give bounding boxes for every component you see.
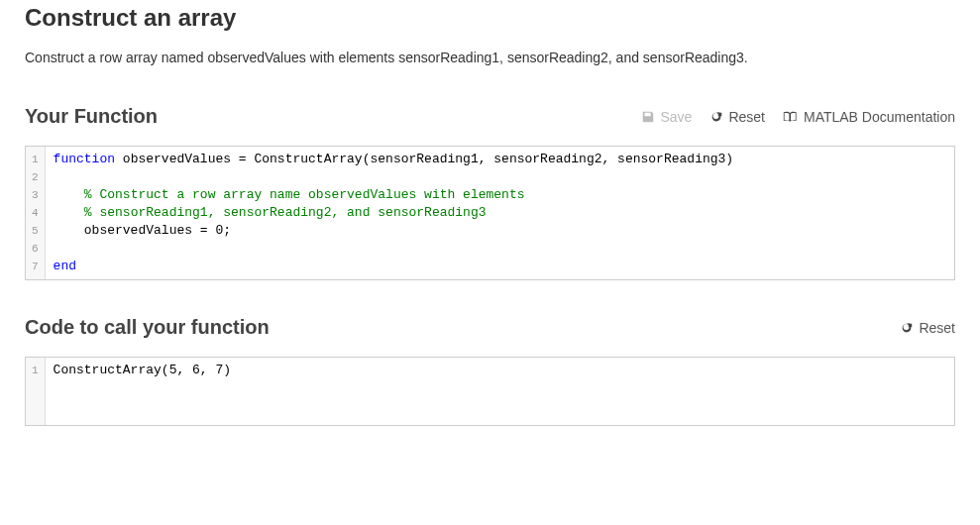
code-line[interactable]	[54, 240, 946, 258]
line-number: 3	[30, 186, 41, 204]
caller-code-editor[interactable]: 1 ConstructArray(5, 6, 7)	[25, 357, 955, 426]
page-title: Construct an array	[25, 4, 955, 32]
line-number: 2	[30, 168, 41, 186]
caller-reset-label: Reset	[919, 320, 955, 336]
code-line[interactable]: ConstructArray(5, 6, 7)	[54, 362, 946, 379]
caller-code-area[interactable]: ConstructArray(5, 6, 7)	[46, 358, 954, 425]
page-description: Construct a row array named observedValu…	[25, 50, 955, 65]
code-line[interactable]: % sensorReading1, sensorReading2, and se…	[54, 204, 946, 222]
book-icon	[783, 110, 799, 124]
function-toolbar: Save Reset MATLAB Documentation	[641, 109, 955, 125]
function-section-title: Your Function	[25, 105, 158, 128]
line-number: 4	[30, 204, 41, 222]
docs-button[interactable]: MATLAB Documentation	[783, 109, 955, 125]
docs-label: MATLAB Documentation	[804, 109, 955, 125]
code-line[interactable]: % Construct a row array name observedVal…	[54, 186, 946, 204]
save-icon	[641, 110, 655, 124]
caller-section-header: Code to call your function Reset	[25, 316, 955, 339]
save-label: Save	[660, 109, 692, 125]
code-line[interactable]	[54, 168, 946, 186]
line-number: 5	[30, 222, 41, 240]
function-section-header: Your Function Save Reset MATLAB Document…	[25, 105, 955, 128]
function-code-area[interactable]: function observedValues = ConstructArray…	[46, 147, 954, 279]
reset-button[interactable]: Reset	[709, 109, 765, 125]
caller-toolbar: Reset	[900, 320, 955, 336]
reset-icon	[709, 110, 723, 124]
caller-section-title: Code to call your function	[25, 316, 270, 339]
code-line[interactable]: function observedValues = ConstructArray…	[54, 151, 946, 168]
code-line[interactable]: end	[54, 258, 946, 275]
reset-label: Reset	[728, 109, 765, 125]
caller-gutter: 1	[26, 358, 46, 425]
line-number: 7	[30, 258, 41, 275]
save-button[interactable]: Save	[641, 109, 692, 125]
line-number: 1	[30, 362, 41, 379]
function-code-editor[interactable]: 1234567 function observedValues = Constr…	[25, 146, 955, 280]
line-number: 6	[30, 240, 41, 258]
caller-reset-button[interactable]: Reset	[900, 320, 955, 336]
function-gutter: 1234567	[26, 147, 46, 279]
line-number: 1	[30, 151, 41, 168]
code-line[interactable]: observedValues = 0;	[54, 222, 946, 240]
reset-icon	[900, 321, 914, 335]
